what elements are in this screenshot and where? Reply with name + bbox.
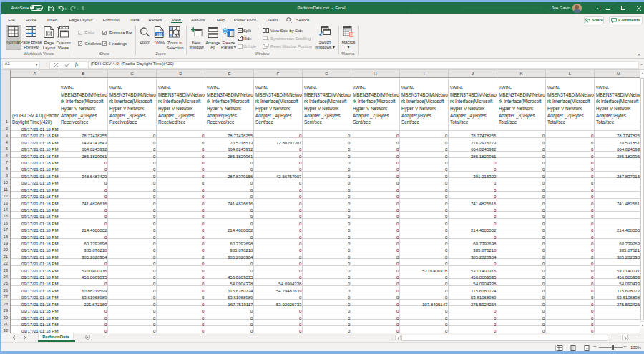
svg-text:100: 100: [156, 32, 162, 36]
